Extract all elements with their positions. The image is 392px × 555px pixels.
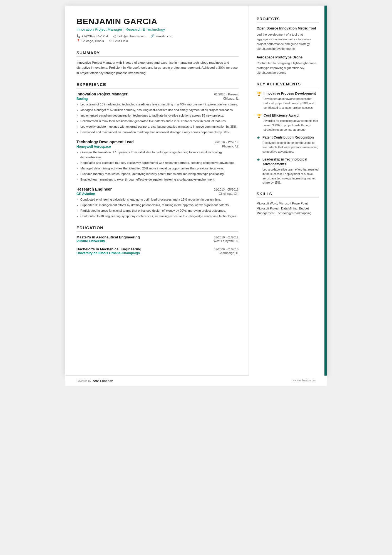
enhancv-brand-name: Enhancv	[100, 379, 113, 383]
edu-2-school-row: University of Illinois Urbana-Champaign …	[76, 251, 239, 255]
bullet: Oversaw the transition of 10 projects fr…	[80, 150, 239, 159]
achievement-3-desc: Received recognition for contributions t…	[262, 141, 319, 154]
extra-field-contact: ☆ Extra Field	[109, 39, 128, 43]
achievement-2-name: Cost Efficiency Award	[264, 113, 319, 118]
location-row: 📍 Chicago, Illinois ☆ Extra Field	[76, 39, 239, 43]
email-icon: @	[113, 34, 116, 38]
summary-section: SUMMARY Innovative Project Manager with …	[76, 50, 239, 75]
job-1-bullets: Led a team of 10 in advancing technology…	[76, 102, 239, 135]
job-3-header: Research Engineer 01/2013 - 05/2016	[76, 187, 239, 191]
skills-title: SKILLS	[257, 192, 319, 198]
job-2-dates: 06/2016 - 12/2019	[214, 140, 239, 144]
job-3: Research Engineer 01/2013 - 05/2016 GE A…	[76, 187, 239, 219]
project-1: Open Source Innovation Metric Tool Led t…	[257, 26, 319, 51]
project-2: Aerospace Prototype Drone Contributed to…	[257, 55, 319, 75]
bullet: Led weekly update meetings with external…	[80, 124, 239, 129]
achievements-title: KEY ACHIEVEMENTS	[257, 82, 319, 88]
bullet: Participated in cross-functional teams t…	[80, 208, 239, 213]
edu-1-school-row: Purdue University West Lafayette, IN	[76, 239, 239, 243]
bullet: Negotiated and executed four key exclusi…	[80, 161, 239, 165]
bullet: Developed and maintained an innovation r…	[80, 130, 239, 135]
right-column: PROJECTS Open Source Innovation Metric T…	[249, 6, 327, 376]
job-1-location: Chicago, IL	[223, 97, 239, 101]
projects-title: PROJECTS	[257, 17, 319, 23]
resume-header: BENJAMIN GARCIA Innovation Project Manag…	[76, 17, 239, 43]
skills-text: Microsoft Word, Microsoft PowerPoint, Mi…	[257, 201, 319, 216]
page-footer: Powered by Enhancv www.enhancv.com	[65, 375, 327, 386]
phone-number: +1-(234)-555-1234	[81, 34, 108, 38]
achievement-4-icon: ★	[257, 157, 260, 162]
bullet: Conducted engineering calculations leadi…	[80, 197, 239, 202]
achievement-1-content: Innovative Process Development Developed…	[264, 91, 319, 110]
edu-1-school: Purdue University	[76, 239, 105, 243]
edu-1-dates: 01/2010 - 01/2012	[214, 236, 239, 239]
project-1-name: Open Source Innovation Metric Tool	[257, 26, 319, 31]
contact-row: 📞 +1-(234)-555-1234 @ help@enhancv.com 🔗…	[76, 34, 239, 38]
edu-2-degree: Bachelor's in Mechanical Engineering	[76, 247, 142, 251]
bullet: Enabled team members to excel through ef…	[80, 177, 239, 182]
linkedin-url: linkedin.com	[155, 34, 173, 38]
powered-by-text: Powered by	[76, 379, 91, 383]
achievements-section: KEY ACHIEVEMENTS 🏆 Innovative Process De…	[257, 82, 319, 185]
job-2-header: Technology Development Lead 06/2016 - 12…	[76, 140, 239, 144]
linkedin-contact: 🔗 linkedin.com	[150, 34, 173, 38]
achievement-3-name: Patent Contribution Recognition	[262, 135, 319, 140]
bullet: Provided monthly tech-watch reports, ide…	[80, 172, 239, 176]
job-2: Technology Development Lead 06/2016 - 12…	[76, 140, 239, 182]
enhancv-logo-icon	[93, 379, 99, 383]
job-1-title: Innovation Project Manager	[76, 92, 128, 96]
achievement-3: ★ Patent Contribution Recognition Receiv…	[257, 135, 319, 154]
achievement-1: 🏆 Innovative Process Development Develop…	[257, 91, 319, 110]
email-address: help@enhancv.com	[117, 34, 145, 38]
achievement-4-content: Leadership in Technological Advancements…	[262, 157, 319, 185]
bullet: Contributed to 10 engineering symphony c…	[80, 214, 239, 219]
bullet: Implemented paradigm deconstruction tech…	[80, 113, 239, 118]
job-2-company: Honeywell Aerospace	[76, 145, 111, 149]
project-2-name: Aerospace Prototype Drone	[257, 55, 319, 60]
job-1: Innovation Project Manager 01/2020 - Pre…	[76, 92, 239, 135]
bullet: Led a team of 10 in advancing technology…	[80, 102, 239, 107]
achievement-4-name: Leadership in Technological Advancements	[262, 157, 319, 167]
edu-2-header: Bachelor's in Mechanical Engineering 01/…	[76, 247, 239, 251]
phone-icon: 📞	[76, 34, 80, 38]
achievement-4-desc: Led a collaborative team effort that res…	[262, 167, 319, 185]
job-2-company-row: Honeywell Aerospace Phoenix, AZ	[76, 145, 239, 149]
achievement-3-content: Patent Contribution Recognition Received…	[262, 135, 319, 154]
city-contact: 📍 Chicago, Illinois	[76, 39, 104, 43]
bullet: Collaborated in think tank sessions that…	[80, 119, 239, 124]
achievement-4: ★ Leadership in Technological Advancemen…	[257, 157, 319, 185]
job-3-bullets: Conducted engineering calculations leadi…	[76, 197, 239, 219]
email-contact: @ help@enhancv.com	[113, 34, 145, 38]
star-icon: ☆	[109, 39, 112, 43]
edu-1: Master's in Aeronautical Engineering 01/…	[76, 235, 239, 243]
left-column: BENJAMIN GARCIA Innovation Project Manag…	[65, 6, 249, 376]
job-1-dates: 01/2020 - Present	[214, 93, 239, 96]
edu-2: Bachelor's in Mechanical Engineering 01/…	[76, 247, 239, 255]
footer-brand: Powered by Enhancv	[76, 379, 113, 383]
edu-2-dates: 01/2006 - 01/2010	[214, 248, 239, 251]
edu-2-school: University of Illinois Urbana-Champaign	[76, 251, 140, 255]
bullet: Managed a budget of $2 million annually,…	[80, 108, 239, 112]
edu-1-header: Master's in Aeronautical Engineering 01/…	[76, 235, 239, 239]
phone-contact: 📞 +1-(234)-555-1234	[76, 34, 108, 38]
candidate-title: Innovation Project Manager | Research & …	[76, 27, 239, 31]
job-3-company: GE Aviation	[76, 192, 95, 196]
achievement-2-icon: 🏆	[257, 114, 261, 118]
job-1-company: Boeing	[76, 97, 88, 101]
projects-section: PROJECTS Open Source Innovation Metric T…	[257, 17, 319, 75]
summary-text: Innovative Project Manager with 8 years …	[76, 60, 239, 75]
bullet: Supported IP management efforts by draft…	[80, 203, 239, 208]
experience-section: EXPERIENCE Innovation Project Manager 01…	[76, 82, 239, 219]
job-3-title: Research Engineer	[76, 187, 112, 191]
job-1-header: Innovation Project Manager 01/2020 - Pre…	[76, 92, 239, 96]
project-2-desc: Contributed to designing a lightweight d…	[257, 61, 319, 75]
summary-title: SUMMARY	[76, 50, 239, 57]
candidate-name: BENJAMIN GARCIA	[76, 17, 239, 26]
job-2-title: Technology Development Lead	[76, 140, 134, 144]
achievement-1-desc: Developed an innovative process that red…	[264, 97, 319, 110]
skills-section: SKILLS Microsoft Word, Microsoft PowerPo…	[257, 192, 319, 216]
job-3-dates: 01/2013 - 05/2016	[214, 188, 239, 191]
achievement-3-icon: ★	[257, 135, 260, 140]
edu-2-location: Champaign, IL	[219, 251, 239, 255]
education-section: EDUCATION Master's in Aeronautical Engin…	[76, 225, 239, 255]
